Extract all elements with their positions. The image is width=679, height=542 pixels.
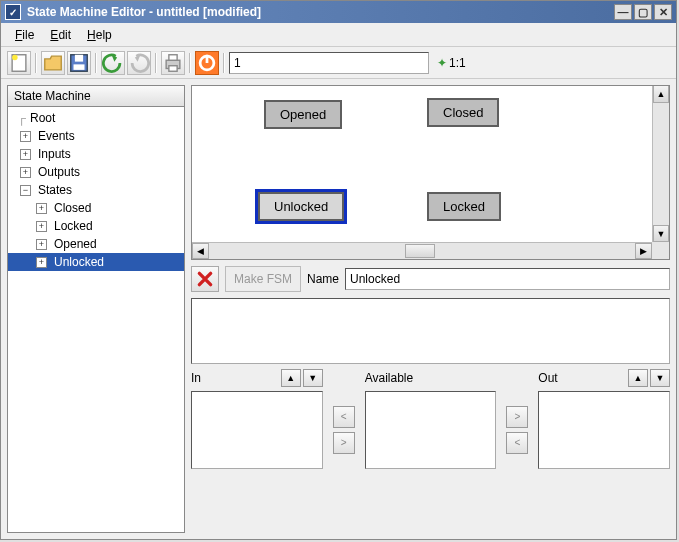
name-input[interactable] xyxy=(345,268,670,290)
maximize-button[interactable]: ▢ xyxy=(634,4,652,20)
tree-state-locked[interactable]: +Locked xyxy=(8,217,184,235)
scroll-left-icon[interactable]: ◀ xyxy=(192,243,209,259)
tree-outputs[interactable]: +Outputs xyxy=(8,163,184,181)
move-right-button[interactable]: > xyxy=(506,406,528,428)
out-down-button[interactable]: ▼ xyxy=(650,369,670,387)
available-listbox[interactable] xyxy=(365,391,497,469)
tree-header[interactable]: State Machine xyxy=(7,85,185,107)
scroll-right-icon[interactable]: ▶ xyxy=(635,243,652,259)
out-up-button[interactable]: ▲ xyxy=(628,369,648,387)
in-up-button[interactable]: ▲ xyxy=(281,369,301,387)
state-unlocked[interactable]: Unlocked xyxy=(258,192,344,221)
print-button[interactable] xyxy=(161,51,185,75)
tree-states[interactable]: −States xyxy=(8,181,184,199)
power-button[interactable] xyxy=(195,51,219,75)
scroll-thumb[interactable] xyxy=(405,244,435,258)
tree-root[interactable]: ┌Root xyxy=(8,109,184,127)
state-opened[interactable]: Opened xyxy=(264,100,342,129)
state-closed[interactable]: Closed xyxy=(427,98,499,127)
available-label: Available xyxy=(365,371,413,385)
svg-rect-7 xyxy=(169,65,177,71)
description-textarea[interactable] xyxy=(191,298,670,364)
delete-button[interactable] xyxy=(191,266,219,292)
move-right-from-in-button[interactable]: > xyxy=(333,432,355,454)
minimize-button[interactable]: — xyxy=(614,4,632,20)
canvas[interactable]: OpenedClosedUnlockedLocked xyxy=(192,86,652,242)
close-button[interactable]: ✕ xyxy=(654,4,672,20)
menu-edit[interactable]: Edit xyxy=(44,26,77,44)
toolbar: ✦ 1:1 xyxy=(1,47,676,79)
svg-rect-4 xyxy=(74,64,85,70)
in-label: In xyxy=(191,371,201,385)
out-label: Out xyxy=(538,371,557,385)
scroll-up-icon[interactable]: ▲ xyxy=(653,86,669,103)
menu-file[interactable]: File xyxy=(9,26,40,44)
tree-state-closed[interactable]: +Closed xyxy=(8,199,184,217)
horizontal-scrollbar[interactable]: ◀ ▶ xyxy=(192,242,652,259)
tree-state-unlocked[interactable]: +Unlocked xyxy=(8,253,184,271)
zoom-ratio: ✦ 1:1 xyxy=(437,56,466,70)
zoom-input[interactable] xyxy=(229,52,429,74)
tree-events[interactable]: +Events xyxy=(8,127,184,145)
make-fsm-button: Make FSM xyxy=(225,266,301,292)
move-left-to-available-button[interactable]: < xyxy=(506,432,528,454)
svg-rect-3 xyxy=(75,54,83,61)
tree-state-opened[interactable]: +Opened xyxy=(8,235,184,253)
scroll-down-icon[interactable]: ▼ xyxy=(653,225,669,242)
redo-button[interactable] xyxy=(127,51,151,75)
tree-body[interactable]: ┌Root +Events +Inputs +Outputs −States +… xyxy=(7,107,185,533)
undo-button[interactable] xyxy=(101,51,125,75)
titlebar: ✓ State Machine Editor - untitled [modif… xyxy=(1,1,676,23)
save-button[interactable] xyxy=(67,51,91,75)
tree-panel: State Machine ┌Root +Events +Inputs +Out… xyxy=(7,85,185,533)
vertical-scrollbar[interactable]: ▲ ▼ xyxy=(652,86,669,242)
menu-help[interactable]: Help xyxy=(81,26,118,44)
open-button[interactable] xyxy=(41,51,65,75)
menubar: File Edit Help xyxy=(1,23,676,47)
window-title: State Machine Editor - untitled [modifie… xyxy=(27,5,614,19)
canvas-wrap: OpenedClosedUnlockedLocked ▲ ▼ ◀ ▶ xyxy=(191,85,670,260)
in-down-button[interactable]: ▼ xyxy=(303,369,323,387)
svg-point-1 xyxy=(12,54,18,60)
svg-rect-6 xyxy=(169,54,177,60)
out-listbox[interactable] xyxy=(538,391,670,469)
app-icon: ✓ xyxy=(5,4,21,20)
tree-inputs[interactable]: +Inputs xyxy=(8,145,184,163)
new-button[interactable] xyxy=(7,51,31,75)
name-label: Name xyxy=(307,272,339,286)
in-listbox[interactable] xyxy=(191,391,323,469)
state-locked[interactable]: Locked xyxy=(427,192,501,221)
move-left-button[interactable]: < xyxy=(333,406,355,428)
